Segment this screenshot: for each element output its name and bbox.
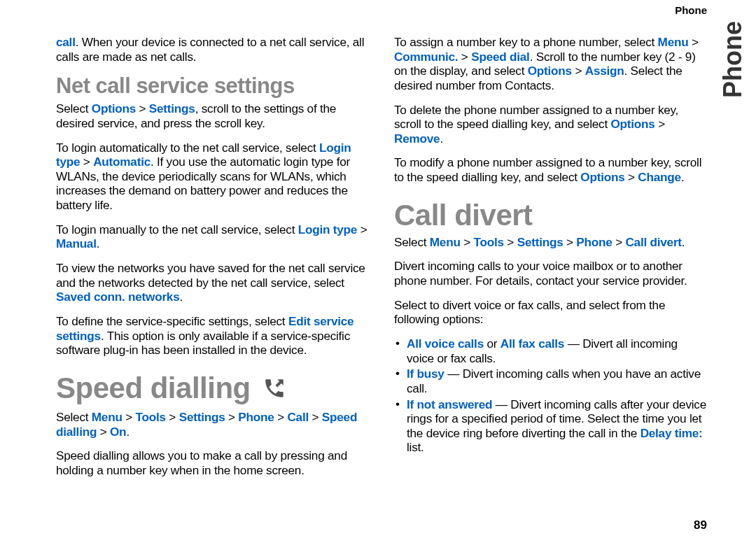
- options-list: All voice calls or All fax calls — Diver…: [394, 337, 707, 455]
- body-text: . When your device is connected to a net…: [56, 35, 364, 64]
- paragraph: To login manually to the net call servic…: [56, 222, 369, 251]
- keyword-communic: Communic.: [394, 50, 458, 64]
- keyword-menu: Menu: [430, 235, 461, 249]
- list-item: All voice calls or All fax calls — Diver…: [394, 337, 707, 365]
- keyword-call-divert: Call divert: [625, 235, 681, 249]
- body-text: .: [681, 170, 685, 184]
- body-text: Select: [56, 101, 92, 115]
- sep: >: [136, 101, 149, 115]
- body-text: .: [682, 235, 685, 249]
- body-text: To login manually to the net call servic…: [56, 222, 298, 236]
- paragraph: Select to divert voice or fax calls, and…: [394, 298, 707, 327]
- paragraph: To view the networks you have saved for …: [56, 261, 369, 304]
- sep: >: [458, 50, 471, 64]
- keyword-call: call: [56, 35, 76, 49]
- keyword-saved-conn-networks: Saved conn. networks: [56, 290, 179, 304]
- keyword-if-not-answered: If not answered: [407, 397, 492, 411]
- keyword-speed-dial: Speed dial: [471, 50, 529, 64]
- body-text: Select: [56, 410, 92, 424]
- sep: >: [274, 410, 288, 424]
- paragraph: Divert incoming calls to your voice mail…: [394, 259, 707, 288]
- body-text: — Divert incoming calls when you have an…: [407, 367, 701, 395]
- paragraph: Select Menu > Tools > Settings > Phone >…: [394, 235, 707, 250]
- keyword-settings: Settings: [179, 410, 225, 424]
- keyword-all-fax-calls: All fax calls: [500, 337, 564, 351]
- keyword-delay-time: Delay time:: [640, 426, 703, 440]
- keyword-phone: Phone: [238, 410, 274, 424]
- heading-speed-dialling: Speed dialling: [56, 371, 369, 407]
- body-text: list.: [407, 440, 424, 454]
- keyword-if-busy: If busy: [407, 367, 444, 381]
- paragraph: To login automatically to the net call s…: [56, 141, 369, 213]
- keyword-settings: Settings: [517, 235, 564, 249]
- sep: >: [688, 35, 698, 49]
- paragraph: To define the service-specific settings,…: [56, 314, 369, 358]
- paragraph: Speed dialling allows you to make a call…: [56, 448, 369, 477]
- body-text: or: [484, 337, 500, 351]
- sep: >: [166, 410, 179, 424]
- body-text: To assign a number key to a phone number…: [394, 35, 658, 49]
- header-section-label: Phone: [675, 4, 707, 16]
- body-text: . This option is only available if a ser…: [56, 329, 350, 358]
- keyword-settings: Settings: [149, 101, 195, 115]
- keyword-login-type: Login type: [298, 222, 357, 236]
- list-item: If not answered — Divert incoming calls …: [394, 397, 707, 455]
- sep: >: [612, 235, 626, 249]
- body-text: .: [97, 236, 100, 250]
- sep: >: [357, 222, 367, 236]
- sep: >: [625, 170, 638, 184]
- keyword-change: Change: [638, 170, 681, 184]
- keyword-options: Options: [528, 64, 572, 78]
- keyword-manual: Manual: [56, 236, 97, 250]
- keyword-assign: Assign: [585, 64, 624, 78]
- keyword-all-voice-calls: All voice calls: [407, 337, 484, 351]
- sep: >: [225, 410, 238, 424]
- body-text: .: [126, 425, 130, 439]
- list-item: If busy — Divert incoming calls when you…: [394, 367, 707, 395]
- body-text: To view the networks you have saved for …: [56, 261, 365, 290]
- paragraph: To delete the phone number assigned to a…: [394, 103, 707, 146]
- sep: >: [572, 64, 585, 78]
- heading-net-call-service: Net call service settings: [56, 73, 369, 99]
- manual-page: Phone Phone call. When your device is co…: [0, 0, 756, 545]
- paragraph: To modify a phone number assigned to a n…: [394, 155, 707, 184]
- keyword-menu: Menu: [92, 410, 122, 424]
- keyword-menu: Menu: [658, 35, 689, 49]
- keyword-options: Options: [580, 170, 624, 184]
- body-text: .: [179, 290, 183, 304]
- sep: >: [504, 235, 517, 249]
- sep: >: [80, 155, 93, 169]
- side-tab-label: Phone: [718, 21, 748, 98]
- body-text: Select: [394, 235, 430, 249]
- keyword-phone: Phone: [576, 235, 612, 249]
- keyword-tools: Tools: [136, 410, 166, 424]
- sep: >: [97, 425, 110, 439]
- keyword-tools: Tools: [474, 235, 504, 249]
- page-number: 89: [694, 518, 707, 532]
- heading-call-divert: Call divert: [394, 199, 707, 232]
- keyword-call: Call: [287, 410, 309, 424]
- keyword-remove: Remove: [394, 132, 440, 146]
- paragraph: Select Options > Settings, scroll to the…: [56, 101, 369, 130]
- paragraph: Select Menu > Tools > Settings > Phone >…: [56, 410, 369, 439]
- keyword-options: Options: [610, 117, 654, 131]
- keyword-on: On: [110, 425, 126, 439]
- body-text: To define the service-specific settings,…: [56, 314, 288, 328]
- intro-continuation: call. When your device is connected to a…: [56, 35, 369, 64]
- sep: >: [122, 410, 136, 424]
- body-text: To login automatically to the net call s…: [56, 141, 319, 155]
- body-text: .: [440, 132, 443, 146]
- heading-text: Speed dialling: [56, 371, 251, 404]
- sep: >: [309, 410, 322, 424]
- phone-arrow-icon: [262, 374, 286, 407]
- keyword-automatic: Automatic: [93, 155, 150, 169]
- sep: >: [563, 235, 576, 249]
- content-columns: call. When your device is connected to a…: [56, 35, 707, 532]
- sep: >: [655, 117, 665, 131]
- sep: >: [461, 235, 474, 249]
- keyword-options: Options: [92, 101, 136, 115]
- paragraph: To assign a number key to a phone number…: [394, 35, 707, 93]
